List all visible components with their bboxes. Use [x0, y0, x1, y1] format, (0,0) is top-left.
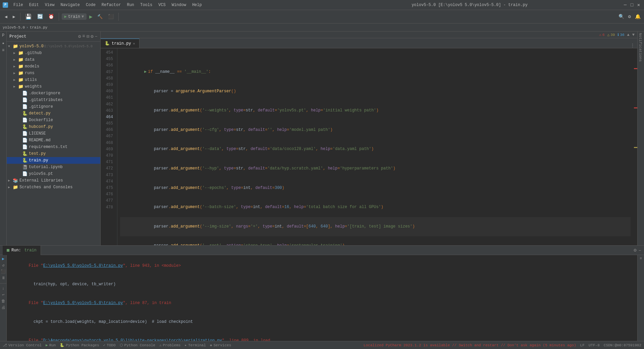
tree-item-scratches[interactable]: ▶ 📁 Scratches and Consoles: [7, 184, 100, 191]
menu-edit[interactable]: Edit: [26, 2, 42, 8]
console-link-3[interactable]: D:\Anaconda\envs\pytorch_yolo_5.0\lib\si…: [43, 338, 222, 341]
forward-button[interactable]: ▶: [11, 13, 17, 20]
status-python-packages[interactable]: 🐍 Python Packages: [60, 343, 99, 347]
menu-vcs[interactable]: VCS: [156, 2, 168, 8]
console-wrap-icon[interactable]: ↩: [2, 292, 4, 297]
status-python-console[interactable]: ⬡ Python Console: [120, 343, 155, 347]
status-line-sep[interactable]: LF: [580, 343, 585, 347]
notifications-label[interactable]: Notifications: [638, 32, 644, 63]
menu-refactor[interactable]: Refactor: [99, 2, 124, 8]
tree-item-license[interactable]: ▶ 📄 LICENSE: [7, 130, 100, 137]
menu-code[interactable]: Code: [83, 2, 98, 8]
back-button[interactable]: ◀: [3, 13, 9, 20]
tree-item-requirements[interactable]: ▶ 📄 requirements.txt: [7, 144, 100, 150]
tree-item-models[interactable]: ▶ 📁 models: [7, 63, 100, 70]
tree-item-gitignore[interactable]: ▶ 📄 .gitignore: [7, 103, 100, 110]
scroll-down-icon[interactable]: ▼: [632, 33, 635, 37]
tree-item-detect[interactable]: ▶ 🐍 detect.py: [7, 110, 100, 117]
console-pause-icon[interactable]: ⏸: [1, 276, 5, 281]
maximize-button[interactable]: □: [629, 2, 635, 8]
tree-item-dockerignore[interactable]: ▶ 📄 .dockerignore: [7, 90, 100, 97]
panel-collapse-icon[interactable]: ≡: [82, 34, 85, 39]
panel-filter-icon[interactable]: ⊟: [87, 34, 89, 39]
tree-item-dockerfile[interactable]: ▶ 📄 Dockerfile: [7, 117, 100, 123]
window-controls[interactable]: ─ □ ✕: [623, 2, 641, 8]
history-button[interactable]: ⏰: [46, 13, 56, 20]
status-cursor-pos[interactable]: CSDN:@m0:87591982: [604, 343, 641, 347]
tree-item-train[interactable]: ▶ 🐍 train.py: [7, 157, 100, 164]
tree-item-hubconf[interactable]: ▶ 🐍 hubconf.py: [7, 123, 100, 130]
tree-item-runs[interactable]: ▶ 📁 runs: [7, 70, 100, 77]
tree-item-github[interactable]: ▶ 📁 .github: [7, 50, 100, 56]
console-rerun-icon[interactable]: ↺: [2, 263, 4, 268]
menu-file[interactable]: File: [11, 2, 26, 8]
tab-close-train[interactable]: ✕: [133, 42, 135, 46]
run-button[interactable]: ▶: [88, 13, 94, 21]
tree-item-yolov5s[interactable]: ▶ 📄 yolov5s.pt: [7, 170, 100, 177]
menu-navigate[interactable]: Navigate: [58, 2, 83, 8]
status-vcs[interactable]: ⎇ Version Control: [3, 343, 42, 347]
console-run-icon[interactable]: ▶: [2, 256, 4, 261]
project-icon[interactable]: P: [1, 33, 6, 38]
tree-item-extlibs[interactable]: ▶ 📚 External Libraries: [7, 177, 100, 184]
menu-window[interactable]: Window: [169, 2, 189, 8]
breadcrumb-file[interactable]: train.py: [30, 26, 48, 30]
status-notification[interactable]: Localized PyCharm 2023.1.2 is available …: [364, 343, 576, 347]
status-services[interactable]: ◈ Services: [210, 343, 231, 347]
panel-hide-btn[interactable]: –: [639, 248, 641, 253]
save-button[interactable]: 💾: [23, 12, 34, 21]
status-terminal[interactable]: ▸ Terminal: [184, 343, 206, 347]
tree-item-weights[interactable]: ▶ 📁 weights: [7, 83, 100, 90]
tab-overflow-icon[interactable]: ⋮: [628, 43, 637, 48]
build-button[interactable]: 🔨: [95, 13, 105, 20]
panel-settings-icon[interactable]: ⚙: [91, 34, 93, 39]
tree-item-tutorial[interactable]: ▶ 📓 tutorial.ipynb: [7, 164, 100, 170]
favorites-icon[interactable]: ★: [1, 40, 6, 46]
status-problems[interactable]: ⚠ Problems: [159, 343, 180, 347]
tree-item-test[interactable]: ▶ 🐍 test.py: [7, 150, 100, 157]
stop-button[interactable]: ⬛: [106, 13, 116, 20]
search-everywhere-icon[interactable]: 🔍: [618, 13, 625, 20]
run-config-dropdown[interactable]: ▼: [82, 14, 84, 19]
tree-item-readme[interactable]: ▶ 📄 README.md: [7, 137, 100, 144]
console-link-2[interactable]: E:\yolov5 5.0\yolov5-5.0\train.py: [43, 301, 123, 305]
menu-view[interactable]: View: [42, 2, 57, 8]
panel-gear-icon[interactable]: ⚙: [78, 34, 81, 39]
menu-run[interactable]: Run: [124, 2, 137, 8]
code-area[interactable]: ▶if __name__ == '__main__': parser = arg…: [117, 48, 633, 245]
panel-settings-btn[interactable]: ⚙: [634, 247, 636, 253]
tree-item-data[interactable]: ▶ 📁 data: [7, 56, 100, 63]
tree-item-gitattributes[interactable]: ▶ 📄 .gitattributes: [7, 97, 100, 103]
run-config[interactable]: ▶ train ▼: [62, 13, 87, 20]
status-todo[interactable]: ✓ TODO: [103, 343, 116, 347]
run-gutter-icon[interactable]: ▶: [144, 69, 147, 74]
notifications-icon[interactable]: 🔔: [634, 13, 641, 20]
sync-button[interactable]: 🔄: [35, 13, 45, 20]
structure-icon[interactable]: ≡: [1, 48, 6, 53]
console-print-icon[interactable]: 🖨: [1, 305, 5, 310]
warning-badge[interactable]: △ 39: [607, 33, 615, 37]
breadcrumb-project[interactable]: yolov5-5.0: [3, 26, 25, 30]
console-clear-icon[interactable]: 🗑: [1, 299, 5, 304]
console-right-icon-1[interactable]: ≡: [640, 256, 642, 260]
menu-tools[interactable]: Tools: [138, 2, 155, 8]
console-stop-icon[interactable]: ⬛: [1, 269, 6, 274]
settings-icon[interactable]: ⚙: [628, 13, 632, 20]
error-badge[interactable]: ⚠ 6: [599, 33, 604, 37]
console-output[interactable]: File "E:\yolov5 5.0\yolov5-5.0\train.py"…: [7, 255, 637, 341]
console-link-1[interactable]: E:\yolov5 5.0\yolov5-5.0\train.py: [43, 263, 123, 268]
status-run[interactable]: ▶ Run: [46, 343, 56, 347]
console-scroll-down-icon[interactable]: ↓: [2, 286, 4, 291]
minimize-button[interactable]: ─: [623, 2, 628, 8]
tree-item-root[interactable]: ▼ 📁 yolov5-5.0 E:\yolov5 5.0\yolov5-5.0: [7, 43, 100, 50]
bottom-tab-run[interactable]: Run: train: [3, 246, 41, 255]
editor-tab-train[interactable]: 🐍 train.py ✕: [101, 39, 140, 48]
close-button[interactable]: ✕: [636, 2, 641, 8]
tree-item-utils[interactable]: ▶ 📁 utils: [7, 77, 100, 83]
menu-help[interactable]: Help: [190, 2, 205, 8]
info-badge[interactable]: ℹ 36: [618, 33, 624, 37]
scroll-up-icon[interactable]: ▲: [627, 33, 630, 37]
panel-close-icon[interactable]: –: [95, 34, 98, 39]
menu-bar[interactable]: File Edit View Navigate Code Refactor Ru…: [11, 2, 317, 8]
status-encoding[interactable]: UTF-8: [589, 343, 600, 347]
